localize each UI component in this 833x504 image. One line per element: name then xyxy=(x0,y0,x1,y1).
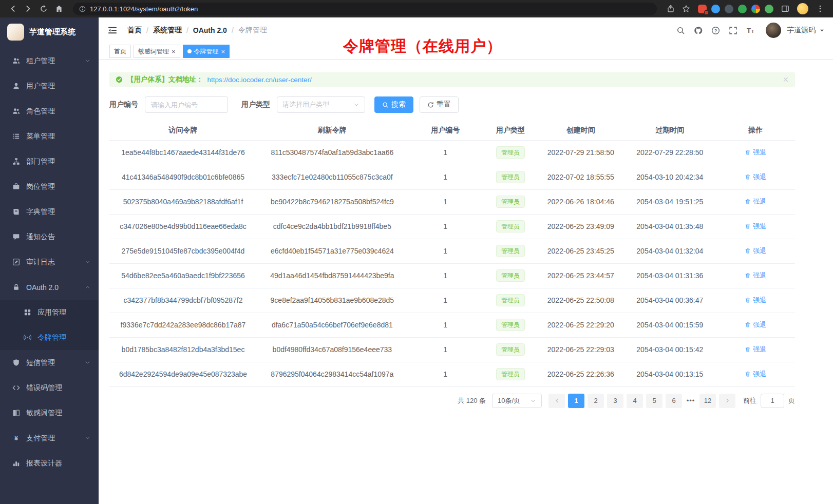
action-cell: 强退 xyxy=(716,214,795,239)
user-type-label: 用户类型 xyxy=(241,100,270,109)
reload-icon[interactable] xyxy=(37,2,50,15)
sidebar-item-pay[interactable]: ¥支付管理 xyxy=(0,425,99,451)
extension-icon[interactable] xyxy=(725,5,733,13)
extension-icon[interactable] xyxy=(765,5,773,13)
sidebar-item-sensitive-word[interactable]: 敏感词管理 xyxy=(0,400,99,425)
address-bar[interactable]: 127.0.0.1:1024/system/oauth2/token xyxy=(73,3,657,15)
prev-page-button[interactable] xyxy=(548,394,565,408)
user-avatar[interactable] xyxy=(766,23,781,38)
extension-icon[interactable] xyxy=(738,5,747,13)
sidebar-item-report[interactable]: 报表设计器 xyxy=(0,451,99,476)
share-icon[interactable] xyxy=(664,2,677,15)
pagination-ellipsis[interactable]: ••• xyxy=(684,397,698,404)
sidebar-item-menu[interactable]: 菜单管理 xyxy=(0,124,99,149)
font-size-icon[interactable]: TT xyxy=(746,26,755,35)
extension-icon[interactable] xyxy=(698,5,707,13)
browser-profile-avatar[interactable] xyxy=(797,3,808,14)
breadcrumb-item[interactable]: OAuth 2.0 xyxy=(193,26,227,34)
alert-close-icon[interactable] xyxy=(783,76,789,83)
goto-page-input[interactable] xyxy=(761,394,784,408)
table-row: 6d842e2924594de9a09e45e087323abe8796295f… xyxy=(109,362,795,386)
forward-icon[interactable] xyxy=(22,2,35,15)
sidebar-item-sms[interactable]: 短信管理 xyxy=(0,350,99,375)
extension-icon[interactable] xyxy=(751,5,760,13)
user-type-cell: 管理员 xyxy=(483,165,538,189)
force-logout-button[interactable]: 强退 xyxy=(745,296,766,305)
force-logout-button[interactable]: 强退 xyxy=(745,320,766,329)
force-logout-button[interactable]: 强退 xyxy=(745,148,766,157)
next-page-button[interactable] xyxy=(719,394,735,408)
fullscreen-icon[interactable] xyxy=(729,26,737,35)
extension-icon[interactable] xyxy=(711,5,720,13)
force-logout-button[interactable]: 强退 xyxy=(745,246,766,256)
sidebar-item-user[interactable]: 用户管理 xyxy=(0,73,99,99)
tab-token[interactable]: 令牌管理× xyxy=(183,45,230,58)
tab-close-icon[interactable]: × xyxy=(172,48,176,55)
user-type-cell: 管理员 xyxy=(483,337,538,362)
chevron-up-icon xyxy=(85,284,90,290)
chart-icon xyxy=(11,459,21,467)
user-type-select[interactable]: 请选择用户类型 xyxy=(277,96,365,113)
page-button-2[interactable]: 2 xyxy=(588,394,604,408)
force-logout-button[interactable]: 强退 xyxy=(745,222,766,231)
user-type-cell: 管理员 xyxy=(483,189,538,214)
alert-link[interactable]: https://doc.iocoder.cn/user-center/ xyxy=(207,76,312,84)
sidebar-item-notice[interactable]: 通知公告 xyxy=(0,224,99,249)
github-icon[interactable] xyxy=(694,26,703,35)
force-logout-button[interactable]: 强退 xyxy=(745,172,766,182)
side-panel-icon[interactable] xyxy=(779,2,792,15)
user-id-input[interactable] xyxy=(145,96,228,113)
page-button-3[interactable]: 3 xyxy=(607,394,623,408)
sidebar-item-oauth2-app[interactable]: 应用管理 xyxy=(0,300,99,325)
force-logout-label: 强退 xyxy=(753,370,766,379)
page-size-select[interactable]: 10条/页 xyxy=(492,394,542,408)
sidebar-item-oauth2-token[interactable]: 令牌管理 xyxy=(0,325,99,350)
sidebar-item-role[interactable]: 角色管理 xyxy=(0,99,99,124)
sidebar-item-dept[interactable]: 部门管理 xyxy=(0,149,99,174)
svg-text:T: T xyxy=(747,27,751,34)
create-time-cell: 2022-06-25 23:45:25 xyxy=(538,239,623,263)
user-name[interactable]: 芋道源码 xyxy=(787,26,816,35)
force-logout-button[interactable]: 强退 xyxy=(745,271,766,280)
bookmark-star-icon[interactable] xyxy=(679,2,693,15)
force-logout-label: 强退 xyxy=(753,345,766,354)
force-logout-label: 强退 xyxy=(753,271,766,280)
home-icon[interactable] xyxy=(52,2,66,15)
sidebar-item-error-code[interactable]: 错误码管理 xyxy=(0,375,99,400)
sidebar-item-post[interactable]: 岗位管理 xyxy=(0,174,99,199)
page-button-4[interactable]: 4 xyxy=(627,394,643,408)
page-button-1[interactable]: 1 xyxy=(568,394,584,408)
user-id-cell: 1 xyxy=(408,313,483,337)
page-button-6[interactable]: 6 xyxy=(666,394,682,408)
expire-time-cell: 2054-03-04 00:15:59 xyxy=(623,313,716,337)
page-button-5[interactable]: 5 xyxy=(646,394,662,408)
tab-home[interactable]: 首页 xyxy=(109,45,131,58)
search-icon[interactable] xyxy=(676,26,685,35)
page-button-12[interactable]: 12 xyxy=(699,394,716,408)
sidebar-item-label: 应用管理 xyxy=(37,308,90,317)
user-caret-down-icon[interactable] xyxy=(819,28,825,33)
breadcrumb-item[interactable]: 首页 xyxy=(127,26,142,35)
tab-sensitive-word[interactable]: 敏感词管理× xyxy=(134,45,180,58)
site-info-icon[interactable] xyxy=(79,6,86,12)
force-logout-label: 强退 xyxy=(753,296,766,305)
help-icon[interactable]: ? xyxy=(711,26,720,35)
user-id-cell: 1 xyxy=(408,140,483,165)
force-logout-button[interactable]: 强退 xyxy=(745,345,766,354)
delete-icon xyxy=(745,199,751,205)
tab-close-icon[interactable]: × xyxy=(221,48,225,55)
sidebar-item-oauth2[interactable]: OAuth 2.0 xyxy=(0,275,99,300)
browser-menu-icon[interactable] xyxy=(813,2,827,15)
force-logout-button[interactable]: 强退 xyxy=(745,197,766,206)
sidebar-item-dict[interactable]: 字典管理 xyxy=(0,199,99,224)
back-icon[interactable] xyxy=(6,2,20,15)
force-logout-button[interactable]: 强退 xyxy=(745,370,766,379)
table-row: f9336e7c7dd242a283ee98dc86b17a87dfa6c71a… xyxy=(109,313,795,337)
sidebar-item-tenant[interactable]: 租户管理 xyxy=(0,48,99,73)
force-logout-label: 强退 xyxy=(753,222,766,231)
menu-fold-icon[interactable] xyxy=(108,26,117,35)
search-button[interactable]: 搜索 xyxy=(374,96,413,113)
reset-button[interactable]: 重置 xyxy=(420,96,459,113)
sidebar-item-audit-log[interactable]: 审计日志 xyxy=(0,249,99,275)
breadcrumb-item[interactable]: 系统管理 xyxy=(153,26,182,35)
